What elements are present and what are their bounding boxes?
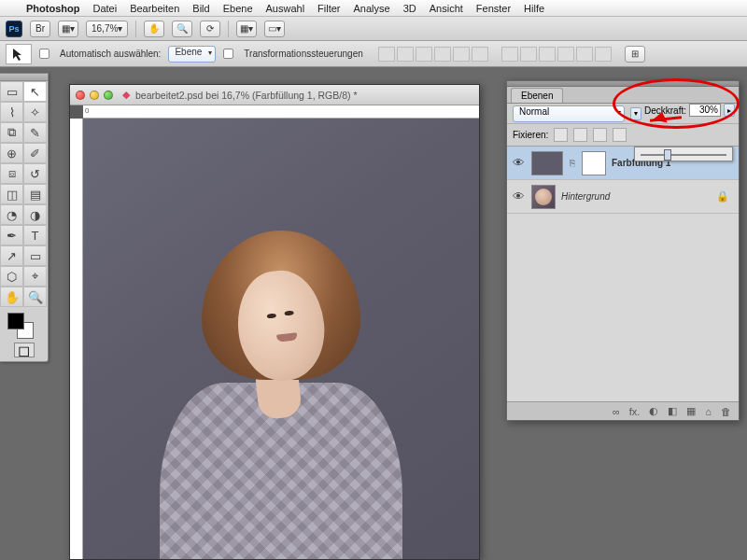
layer-thumbnail[interactable] xyxy=(531,151,563,175)
palette-grip[interactable] xyxy=(0,74,48,81)
align-right-button[interactable] xyxy=(472,47,488,62)
quick-mask-button[interactable]: ◻ xyxy=(14,343,35,357)
opacity-input[interactable]: 30% xyxy=(689,104,721,117)
vertical-ruler[interactable] xyxy=(70,119,83,559)
menu-bearbeiten[interactable]: Bearbeiten xyxy=(130,3,179,14)
distribute-right-button[interactable] xyxy=(595,47,612,62)
horizontal-ruler[interactable] xyxy=(83,105,479,119)
view-extras-button[interactable]: ▦▾ xyxy=(58,21,78,37)
move-tool-preset[interactable] xyxy=(6,44,32,64)
layer-mask-thumbnail[interactable] xyxy=(582,151,606,175)
transform-controls-checkbox[interactable] xyxy=(223,49,233,59)
menu-datei[interactable]: Datei xyxy=(92,3,117,14)
stamp-tool[interactable]: ⧇ xyxy=(0,163,23,184)
crop-tool[interactable]: ⧉ xyxy=(0,122,23,143)
distribute-hcenter-button[interactable] xyxy=(576,47,593,62)
link-layers-button[interactable]: ∞ xyxy=(613,406,620,417)
align-vcenter-button[interactable] xyxy=(397,47,414,62)
rotate-view-icon[interactable]: ⟳ xyxy=(200,21,220,37)
zoom-window-button[interactable] xyxy=(104,91,113,100)
wand-tool[interactable]: ✧ xyxy=(23,102,47,122)
close-window-button[interactable] xyxy=(76,91,85,100)
minimize-window-button[interactable] xyxy=(90,91,99,100)
layer-row-hintergrund[interactable]: 👁 Hintergrund 🔒 xyxy=(507,180,739,214)
distribute-top-button[interactable] xyxy=(501,47,518,62)
menu-bild[interactable]: Bild xyxy=(192,3,209,14)
blend-mode-dropdown[interactable]: Normal xyxy=(513,105,625,122)
menu-fenster[interactable]: Fenster xyxy=(476,3,511,14)
healing-tool[interactable]: ⊕ xyxy=(0,143,23,163)
visibility-toggle[interactable]: 👁 xyxy=(511,156,526,170)
separator xyxy=(135,21,136,37)
3d-tool[interactable]: ⬡ xyxy=(0,266,23,287)
blur-tool[interactable]: ◔ xyxy=(0,204,23,225)
brush-tool[interactable]: ✐ xyxy=(23,143,47,163)
opacity-flyout-button[interactable]: ▸ xyxy=(724,104,735,117)
app-name[interactable]: Photoshop xyxy=(26,3,79,14)
visibility-toggle[interactable]: 👁 xyxy=(511,189,526,203)
photoshop-icon[interactable]: Ps xyxy=(6,21,22,37)
new-group-button[interactable]: ▦ xyxy=(686,405,696,417)
layer-name[interactable]: Hintergrund xyxy=(561,191,610,202)
align-left-button[interactable] xyxy=(434,47,451,62)
distribute-left-button[interactable] xyxy=(557,47,574,62)
lock-pixels-button[interactable] xyxy=(573,128,587,142)
tab-ebenen[interactable]: Ebenen xyxy=(511,88,563,103)
screen-mode-button[interactable]: ▭▾ xyxy=(264,21,285,37)
document-titlebar[interactable]: ◆ bearbeitet2.psd bei 16,7% (Farbfüllung… xyxy=(70,85,479,105)
layer-thumbnail[interactable] xyxy=(531,185,556,209)
foreground-color-swatch[interactable] xyxy=(7,313,24,329)
canvas[interactable] xyxy=(83,119,479,559)
menu-ebene[interactable]: Ebene xyxy=(223,3,253,14)
color-swatches[interactable] xyxy=(6,311,42,339)
layer-lock-row: Fixieren: xyxy=(507,124,739,147)
arrange-documents-button[interactable]: ▦▾ xyxy=(236,21,257,37)
distribute-vcenter-button[interactable] xyxy=(520,47,537,62)
lasso-tool[interactable]: ⌇ xyxy=(0,102,23,122)
zoom-tool[interactable]: 🔍 xyxy=(23,287,47,307)
lock-position-button[interactable] xyxy=(593,128,607,142)
eyedropper-tool[interactable]: ✎ xyxy=(23,122,47,143)
align-hcenter-button[interactable] xyxy=(453,47,470,62)
marquee-tool[interactable]: ▭ xyxy=(0,81,23,102)
distribute-bottom-button[interactable] xyxy=(539,47,556,62)
auto-select-checkbox[interactable] xyxy=(39,49,49,59)
eraser-tool[interactable]: ◫ xyxy=(0,184,23,204)
align-top-button[interactable] xyxy=(378,47,395,62)
history-brush-tool[interactable]: ↺ xyxy=(23,163,47,184)
pen-tool[interactable]: ✒ xyxy=(0,225,23,245)
lock-transparency-button[interactable] xyxy=(554,128,568,142)
delete-layer-button[interactable]: 🗑 xyxy=(721,406,731,417)
shape-tool[interactable]: ▭ xyxy=(23,245,47,266)
align-bottom-button[interactable] xyxy=(416,47,432,62)
menu-3d[interactable]: 3D xyxy=(403,3,416,14)
zoom-level-dropdown[interactable]: 16,7% ▾ xyxy=(86,21,128,37)
hand-tool[interactable]: ✋ xyxy=(0,287,23,307)
menu-auswahl[interactable]: Auswahl xyxy=(266,3,305,14)
menu-analyse[interactable]: Analyse xyxy=(354,3,390,14)
mask-link-icon[interactable]: ⎘ xyxy=(569,158,576,168)
new-layer-button[interactable]: ⌂ xyxy=(705,406,712,417)
layer-fx-button[interactable]: fx. xyxy=(629,406,641,417)
dodge-tool[interactable]: ◑ xyxy=(23,204,47,225)
lock-all-button[interactable] xyxy=(613,128,627,142)
auto-align-button[interactable]: ⊞ xyxy=(625,46,645,63)
3d-camera-tool[interactable]: ⌖ xyxy=(23,266,47,287)
bridge-button[interactable]: Br xyxy=(30,21,50,37)
auto-select-target-dropdown[interactable]: Ebene xyxy=(168,46,216,63)
blend-mode-stepper[interactable]: ▾ xyxy=(630,107,641,120)
hand-tool-icon[interactable]: ✋ xyxy=(144,21,164,37)
gradient-tool[interactable]: ▤ xyxy=(23,184,47,204)
menu-ansicht[interactable]: Ansicht xyxy=(430,3,463,14)
adjustment-layer-button[interactable]: ◧ xyxy=(668,405,677,417)
move-tool[interactable]: ↖ xyxy=(23,81,47,102)
path-tool[interactable]: ↗ xyxy=(0,245,23,266)
type-tool[interactable]: T xyxy=(23,225,47,245)
zoom-tool-icon[interactable]: 🔍 xyxy=(172,21,192,37)
opacity-slider-thumb[interactable] xyxy=(664,149,671,161)
add-mask-button[interactable]: ◐ xyxy=(649,405,658,417)
document-window: ◆ bearbeitet2.psd bei 16,7% (Farbfüllung… xyxy=(69,84,480,560)
menu-filter[interactable]: Filter xyxy=(317,3,340,14)
menu-hilfe[interactable]: Hilfe xyxy=(524,3,544,14)
opacity-slider-popup[interactable] xyxy=(634,147,733,161)
